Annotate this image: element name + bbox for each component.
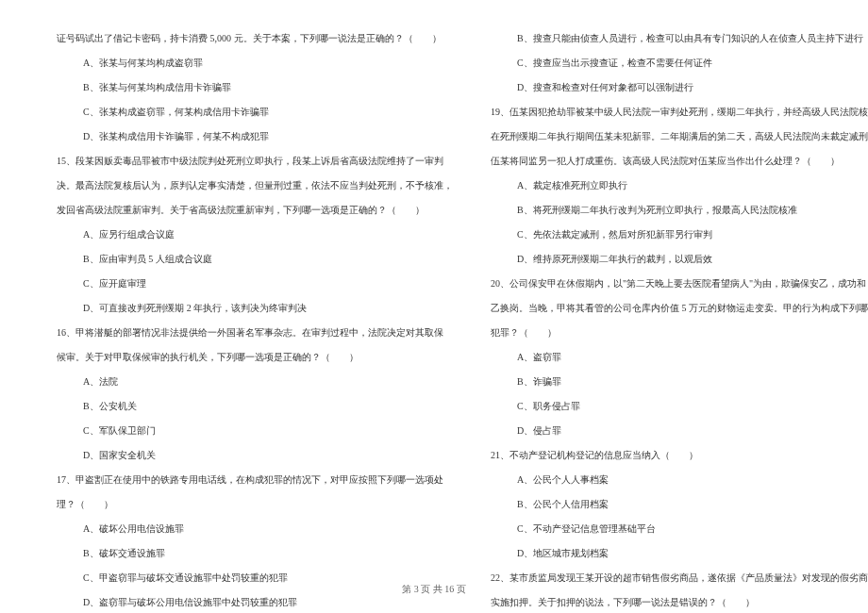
option-21c: C、不动产登记信息管理基础平台 — [491, 519, 868, 539]
question-15-cont: 决。最高法院复核后认为，原判认定事实清楚，但量刑过重，依法不应当判处死刑，不予核… — [57, 175, 453, 196]
question-16: 16、甲将潜艇的部署情况非法提供给一外国著名军事杂志。在审判过程中，法院决定对其… — [57, 323, 453, 343]
question-20-cont: 乙换岗。当晚，甲将其看管的公司仓库内价值 5 万元的财物运走变卖。甲的行为构成下… — [491, 298, 868, 319]
question-14-cont: 证号码试出了借记卡密码，持卡消费 5,000 元。关于本案，下列哪一说法是正确的… — [57, 28, 453, 49]
question-15: 15、段某因贩卖毒品罪被市中级法院判处死刑立即执行，段某上诉后省高级法院维持了一… — [57, 151, 453, 172]
option-16d: D、国家安全机关 — [57, 445, 453, 466]
option-20d: D、侵占罪 — [491, 421, 868, 441]
option-18c: C、搜查应当出示搜查证，检查不需要任何证件 — [491, 53, 868, 74]
option-20c: C、职务侵占罪 — [491, 396, 868, 417]
option-16a: A、法院 — [57, 372, 453, 392]
question-19-cont: 在死刑缓期二年执行期间伍某未犯新罪。二年期满后的第二天，高级人民法院尚未裁定减刑… — [491, 126, 868, 147]
option-20b: B、诈骗罪 — [491, 372, 868, 392]
option-19c: C、先依法裁定减刑，然后对所犯新罪另行审判 — [491, 224, 868, 245]
option-19b: B、将死刑缓期二年执行改判为死刑立即执行，报最高人民法院核准 — [491, 200, 868, 221]
option-19d: D、维持原死刑缓期二年执行的裁判，以观后效 — [491, 249, 868, 270]
option-15d: D、可直接改判死刑缓期 2 年执行，该判决为终审判决 — [57, 298, 453, 319]
question-19-cont2: 伍某将同监另一犯人打成重伤。该高级人民法院对伍某应当作出什么处理？（ ） — [491, 151, 868, 172]
question-19: 19、伍某因犯抢劫罪被某中级人民法院一审判处死刑，缓期二年执行，并经高级人民法院… — [491, 102, 868, 123]
option-21d: D、地区城市规划档案 — [491, 543, 868, 564]
option-18b: B、搜查只能由侦查人员进行，检查可以由具有专门知识的人在侦查人员主持下进行 — [491, 28, 868, 49]
option-20a: A、盗窃罪 — [491, 347, 868, 368]
right-column: B、搜查只能由侦查人员进行，检查可以由具有专门知识的人在侦查人员主持下进行 C、… — [491, 28, 868, 613]
question-16-cont: 候审。关于对甲取保候审的执行机关，下列哪一选项是正确的？（ ） — [57, 347, 453, 368]
option-19a: A、裁定核准死刑立即执行 — [491, 175, 868, 196]
option-14b: B、张某与何某均构成信用卡诈骗罪 — [57, 77, 453, 98]
option-14d: D、张某构成信用卡诈骗罪，何某不构成犯罪 — [57, 126, 453, 147]
option-21b: B、公民个人信用档案 — [491, 494, 868, 515]
page-number: 第 3 页 共 16 页 — [0, 583, 868, 596]
exam-page: 证号码试出了借记卡密码，持卡消费 5,000 元。关于本案，下列哪一说法是正确的… — [0, 0, 868, 613]
option-15c: C、应开庭审理 — [57, 273, 453, 294]
question-17: 17、甲盗割正在使用中的铁路专用电话线，在构成犯罪的情况下，对甲应按照下列哪一选… — [57, 470, 453, 490]
option-18d: D、搜查和检查对任何对象都可以强制进行 — [491, 77, 868, 98]
option-17a: A、破坏公用电信设施罪 — [57, 519, 453, 539]
option-14a: A、张某与何某均构成盗窃罪 — [57, 53, 453, 74]
question-20: 20、公司保安甲在休假期内，以"第二天晚上要去医院看望病人"为由，欺骗保安乙，成… — [491, 273, 868, 294]
option-21a: A、公民个人人事档案 — [491, 470, 868, 490]
question-15-cont2: 发回省高级法院重新审判。关于省高级法院重新审判，下列哪一选项是正确的？（ ） — [57, 200, 453, 221]
option-14c: C、张某构成盗窃罪，何某构成信用卡诈骗罪 — [57, 102, 453, 123]
question-20-cont2: 犯罪？（ ） — [491, 323, 868, 343]
left-column: 证号码试出了借记卡密码，持卡消费 5,000 元。关于本案，下列哪一说法是正确的… — [57, 28, 453, 613]
option-16b: B、公安机关 — [57, 396, 453, 417]
question-21: 21、不动产登记机构登记的信息应当纳入（ ） — [491, 445, 868, 466]
option-17b: B、破坏交通设施罪 — [57, 543, 453, 564]
option-16c: C、军队保卫部门 — [57, 421, 453, 441]
option-15b: B、应由审判员 5 人组成合议庭 — [57, 249, 453, 270]
question-17-cont: 理？（ ） — [57, 494, 453, 515]
option-15a: A、应另行组成合议庭 — [57, 224, 453, 245]
